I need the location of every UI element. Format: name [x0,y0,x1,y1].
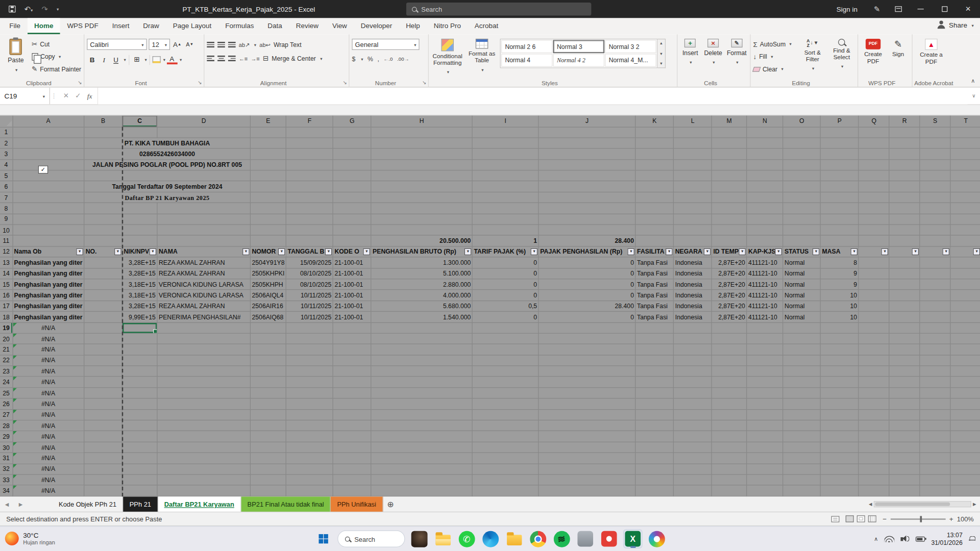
cell[interactable] [635,366,674,377]
filter-button[interactable] [242,248,249,255]
number-format-select[interactable]: General [352,39,419,50]
cell[interactable] [820,398,859,409]
cell[interactable] [84,344,122,355]
autosum-button[interactable]: ΣAutoSum [753,39,797,49]
cell-N14[interactable]: 411121-10 [747,268,783,279]
cell[interactable] [371,366,472,377]
filter-button[interactable] [114,248,121,255]
cell[interactable] [635,138,674,148]
cell[interactable] [472,453,538,463]
cell[interactable] [84,409,122,420]
sheet-nav-left-icon[interactable]: ◀ [0,496,14,511]
cell[interactable] [783,236,820,246]
cell[interactable] [286,344,333,355]
cell[interactable] [783,388,820,398]
cell[interactable] [84,203,122,214]
cell[interactable] [286,453,333,463]
cell[interactable] [859,170,889,181]
cell[interactable] [820,377,859,387]
cell[interactable] [371,485,472,496]
cell[interactable] [635,127,674,138]
filter-button[interactable] [973,248,980,255]
accounting-format-button[interactable]: $ [352,56,355,62]
cell-B17[interactable] [84,300,122,311]
cell[interactable] [472,474,538,485]
cell-H15[interactable]: 2.880.000 [371,279,472,290]
ribbon-tab-file[interactable]: File [3,18,28,35]
cell-A14[interactable]: Penghasilan yang diter [12,268,84,279]
cell[interactable] [157,366,250,377]
cell[interactable] [250,224,286,235]
cell[interactable] [747,431,783,442]
cell[interactable] [157,453,250,463]
copy-button[interactable]: Copy [32,51,81,62]
cell[interactable] [635,420,674,431]
cell-G13[interactable]: 21-100-01 [333,257,371,268]
cell-L13[interactable]: Indonesia [674,257,712,268]
zoom-in-icon[interactable]: + [949,515,953,523]
underline-button[interactable]: U [111,55,121,65]
cell[interactable] [84,442,122,453]
cell[interactable] [920,420,950,431]
cell[interactable] [472,464,538,474]
cell[interactable] [84,355,122,366]
cell-I15[interactable]: 0 [472,279,538,290]
cell[interactable] [286,159,333,170]
cell[interactable] [157,322,250,333]
cell[interactable] [889,203,920,214]
cell[interactable] [674,170,712,181]
row-header-33[interactable]: 33 [0,474,12,485]
cell[interactable] [950,485,980,496]
cell[interactable] [674,442,712,453]
cell[interactable] [820,464,859,474]
chrome-taskbar-icon[interactable] [528,529,548,548]
cell[interactable] [157,420,250,431]
cell[interactable] [157,377,250,387]
cell[interactable] [122,474,157,485]
cell[interactable] [783,127,820,138]
cell-Q18[interactable] [859,312,889,322]
cell-A22[interactable]: #N/A [12,355,84,366]
cell-T14[interactable] [950,268,980,279]
cell-S18[interactable] [920,312,950,322]
column-header-H[interactable]: H [371,116,472,127]
column-header-O[interactable]: O [783,116,820,127]
cell-S13[interactable] [920,257,950,268]
wifi-icon[interactable] [885,535,895,542]
percent-format-button[interactable]: % [368,56,373,62]
cell[interactable] [122,127,157,138]
font-color-button[interactable]: A [166,55,177,64]
cell[interactable] [286,214,333,224]
cell-G14[interactable]: 21-100-01 [333,268,371,279]
cell-E15[interactable]: 2505KHPH [250,279,286,290]
cell[interactable] [783,464,820,474]
cell[interactable] [286,464,333,474]
cell[interactable] [820,442,859,453]
shrink-font-button[interactable]: A▼ [184,39,195,50]
cell[interactable] [747,442,783,453]
cell[interactable] [333,181,371,192]
cell[interactable] [371,333,472,344]
titlebar-search[interactable]: Search [406,3,591,16]
row-header-31[interactable]: 31 [0,453,12,463]
cell[interactable] [250,377,286,387]
cell[interactable] [783,420,820,431]
taskbar-search[interactable]: Search [337,531,405,547]
cell-R16[interactable] [889,290,920,300]
cell[interactable] [712,388,747,398]
increase-decimal-button[interactable]: ←.0 [384,56,393,62]
sheet-tab-kode-objek-pph-21[interactable]: Kode Objek PPh 21 [53,496,124,511]
cell[interactable] [538,192,635,203]
cell[interactable] [783,409,820,420]
cell-R13[interactable] [889,257,920,268]
cell[interactable] [250,453,286,463]
cell[interactable] [820,192,859,203]
cell-H17[interactable]: 5.680.000 [371,300,472,311]
cell[interactable] [472,224,538,235]
company-block-row-3[interactable]: 0286552426034000 [84,148,251,159]
cell[interactable] [635,192,674,203]
cell[interactable] [635,377,674,387]
cell[interactable] [286,236,333,246]
cell[interactable] [122,236,157,246]
cell-F16[interactable]: 10/11/2025 [286,290,333,300]
